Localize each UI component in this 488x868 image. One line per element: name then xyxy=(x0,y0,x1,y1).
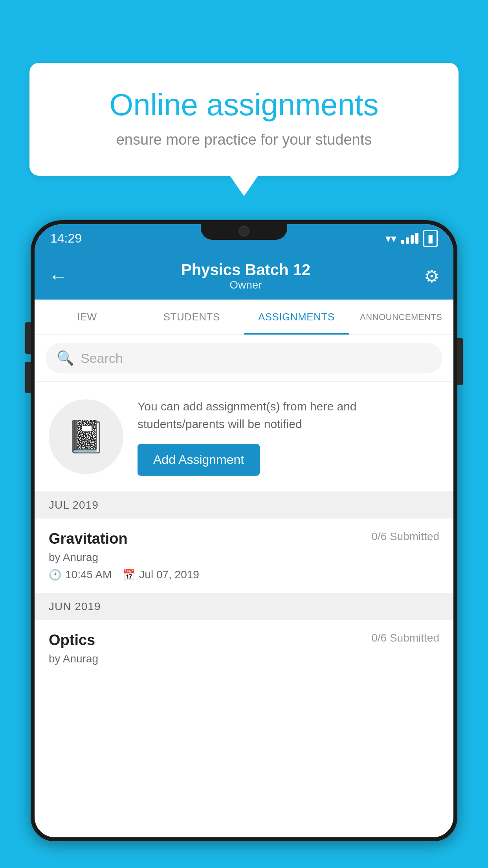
tab-students-label: STUDENTS xyxy=(163,311,220,323)
search-input[interactable]: Search xyxy=(81,351,123,366)
app-bar-subtitle: Owner xyxy=(181,279,310,291)
tab-bar: IEW STUDENTS ASSIGNMENTS ANNOUNCEMENTS xyxy=(35,300,453,335)
speech-bubble: Online assignments ensure more practice … xyxy=(29,63,459,176)
assignment-by-optics: by Anurag xyxy=(49,653,439,665)
search-icon: 🔍 xyxy=(57,350,74,366)
speech-bubble-subtitle: ensure more practice for your students xyxy=(53,131,435,148)
assignment-time-text: 10:45 AM xyxy=(65,568,112,581)
tab-assignments-label: ASSIGNMENTS xyxy=(258,311,335,323)
assignment-item-header: Gravitation 0/6 Submitted xyxy=(49,530,439,547)
signal-bar-3 xyxy=(411,235,414,244)
assignment-item-optics[interactable]: Optics 0/6 Submitted by Anurag xyxy=(35,620,453,682)
assignment-item-gravitation[interactable]: Gravitation 0/6 Submitted by Anurag 🕐 10… xyxy=(35,519,453,593)
tab-assignments[interactable]: ASSIGNMENTS xyxy=(244,300,349,335)
section-header-jun: JUN 2019 xyxy=(35,593,453,620)
search-container: 🔍 Search xyxy=(35,335,453,382)
assignment-submitted-gravitation: 0/6 Submitted xyxy=(371,530,439,543)
battery-icon: ▮ xyxy=(423,230,438,247)
calendar-icon: 📅 xyxy=(123,569,135,581)
app-bar: ← Physics Batch 12 Owner ⚙ xyxy=(35,252,453,300)
tab-announcements-label: ANNOUNCEMENTS xyxy=(360,312,442,322)
vol-up-button xyxy=(25,322,31,354)
signal-bar-1 xyxy=(401,240,404,244)
status-icons: ▾▾ ▮ xyxy=(385,230,438,247)
tab-announcements[interactable]: ANNOUNCEMENTS xyxy=(349,300,454,335)
phone-notch xyxy=(201,220,287,240)
search-input-wrapper[interactable]: 🔍 Search xyxy=(46,343,442,373)
phone-screen: 14:29 ▾▾ ▮ ← Physics Batch 12 xyxy=(35,224,453,837)
back-button[interactable]: ← xyxy=(49,265,68,287)
assignment-icon-circle: 📓 xyxy=(49,399,123,474)
assignment-time-gravitation: 🕐 10:45 AM xyxy=(49,568,112,581)
speech-bubble-title: Online assignments xyxy=(53,86,435,123)
signal-bar-2 xyxy=(406,237,409,244)
signal-bars-icon xyxy=(401,233,418,244)
add-assignment-button[interactable]: Add Assignment xyxy=(138,444,260,476)
tab-overview[interactable]: IEW xyxy=(35,300,139,335)
assignment-cta-description: You can add assignment(s) from here and … xyxy=(138,397,439,433)
assignment-by-gravitation: by Anurag xyxy=(49,551,439,564)
app-bar-title: Physics Batch 12 xyxy=(181,261,310,279)
assignment-name-optics: Optics xyxy=(49,632,95,649)
assignment-cta-text: You can add assignment(s) from here and … xyxy=(138,397,439,476)
app-bar-title-group: Physics Batch 12 Owner xyxy=(181,261,310,291)
assignment-date-text: Jul 07, 2019 xyxy=(139,568,199,581)
power-button xyxy=(457,338,463,385)
clock-icon: 🕐 xyxy=(49,569,61,581)
assignment-date-gravitation: 📅 Jul 07, 2019 xyxy=(123,568,199,581)
notebook-icon: 📓 xyxy=(66,418,106,455)
section-header-jul: JUL 2019 xyxy=(35,492,453,519)
settings-icon[interactable]: ⚙ xyxy=(424,266,439,286)
assignment-submitted-optics: 0/6 Submitted xyxy=(371,632,439,644)
section-header-jul-label: JUL 2019 xyxy=(49,499,99,511)
add-assignment-section: 📓 You can add assignment(s) from here an… xyxy=(35,382,453,492)
tab-students[interactable]: STUDENTS xyxy=(139,300,244,335)
phone-outer: 14:29 ▾▾ ▮ ← Physics Batch 12 xyxy=(31,220,457,841)
phone-wrapper: 14:29 ▾▾ ▮ ← Physics Batch 12 xyxy=(31,220,457,868)
vol-down-button xyxy=(25,362,31,393)
wifi-icon: ▾▾ xyxy=(385,232,396,245)
status-time: 14:29 xyxy=(50,231,82,246)
section-header-jun-label: JUN 2019 xyxy=(49,600,101,612)
tab-overview-label: IEW xyxy=(77,311,97,323)
assignment-item-header-optics: Optics 0/6 Submitted xyxy=(49,632,439,649)
assignment-meta-gravitation: 🕐 10:45 AM 📅 Jul 07, 2019 xyxy=(49,568,439,581)
assignment-name-gravitation: Gravitation xyxy=(49,530,128,547)
signal-bar-4 xyxy=(415,233,418,244)
phone-camera xyxy=(238,226,250,237)
